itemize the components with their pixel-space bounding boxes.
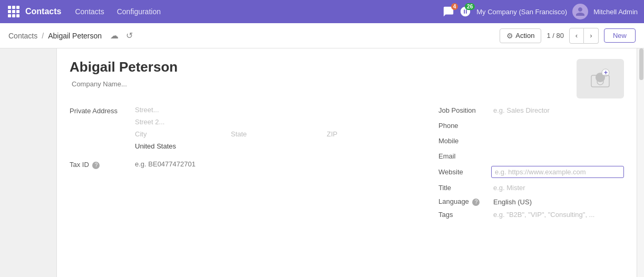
contact-name-area: Abigail Peterson (70, 59, 566, 90)
language-value: English (US) (491, 197, 624, 206)
chat-badge: 4 (451, 3, 458, 10)
job-position-input[interactable] (491, 105, 624, 116)
contact-header: Abigail Peterson + (70, 59, 624, 98)
tags-placeholder[interactable]: e.g. "B2B", "VIP", "Consulting", ... (491, 209, 597, 220)
gear-icon: ⚙ (506, 32, 513, 40)
tax-id-input[interactable] (133, 159, 417, 170)
website-value (491, 166, 624, 178)
save-manually-icon[interactable]: ☁ (108, 29, 121, 42)
city-state-zip-row (133, 129, 417, 139)
tax-id-help-icon[interactable]: ? (92, 162, 100, 169)
next-record-button[interactable]: › (584, 28, 599, 44)
email-label: Email (438, 152, 491, 160)
job-position-row: Job Position (438, 105, 624, 116)
form-area: Abigail Peterson + Private Address (57, 48, 637, 277)
mobile-row: Mobile (438, 135, 624, 146)
avatar[interactable] (572, 4, 588, 19)
email-row: Email (438, 151, 624, 162)
activity-badge: 26 (465, 3, 475, 10)
zip-input[interactable] (325, 129, 417, 139)
country-row: United States (133, 141, 417, 151)
email-input[interactable] (491, 151, 624, 162)
chat-button[interactable]: 4 (443, 6, 454, 17)
top-nav-right: 4 26 My Company (San Francisco) Mitchell… (443, 4, 638, 19)
new-button[interactable]: New (604, 28, 636, 43)
private-address-row: Private Address (70, 105, 417, 153)
street2-input[interactable] (133, 117, 417, 127)
tags-label: Tags (438, 211, 491, 219)
contact-name: Abigail Peterson (70, 59, 566, 75)
form-left: Private Address (70, 105, 417, 223)
phone-input[interactable] (491, 120, 624, 131)
tags-row: Tags e.g. "B2B", "VIP", "Consulting", ..… (438, 210, 624, 219)
tax-id-label: Tax ID ? (70, 159, 133, 169)
form-section: Private Address (70, 105, 624, 223)
app-brand: Contacts (25, 7, 61, 16)
title-row: Title (438, 182, 624, 193)
job-position-value (491, 105, 624, 116)
tax-id-row: Tax ID ? (70, 159, 417, 170)
title-label: Title (438, 184, 491, 192)
left-sidebar (0, 48, 57, 277)
breadcrumb-separator: / (42, 32, 44, 40)
job-position-label: Job Position (438, 106, 491, 114)
private-address-label: Private Address (70, 105, 133, 115)
photo-placeholder[interactable]: + (577, 59, 624, 98)
street-row (133, 105, 417, 115)
state-input[interactable] (229, 129, 321, 139)
city-input[interactable] (133, 129, 226, 139)
mobile-label: Mobile (438, 137, 491, 145)
action-button[interactable]: ⚙ Action (500, 28, 541, 43)
record-counter: 1 / 80 (547, 32, 564, 39)
tax-id-value (133, 159, 417, 170)
breadcrumb-parent[interactable]: Contacts (8, 32, 37, 40)
discard-icon[interactable]: ↺ (124, 29, 135, 42)
main-content: Abigail Peterson + Private Address (0, 48, 644, 277)
website-row: Website (438, 166, 624, 178)
right-sidebar (637, 48, 644, 277)
user-name: Mitchell Admin (593, 8, 638, 16)
website-input[interactable] (491, 166, 624, 178)
language-row: Language ? English (US) (438, 197, 624, 206)
activity-button[interactable]: 26 (460, 6, 471, 17)
tags-value: e.g. "B2B", "VIP", "Consulting", ... (491, 210, 624, 219)
language-help-icon[interactable]: ? (472, 199, 480, 206)
mobile-input[interactable] (491, 135, 624, 146)
language-display[interactable]: English (US) (491, 196, 534, 207)
email-value (491, 151, 624, 162)
apps-menu-button[interactable] (6, 4, 21, 19)
prev-record-button[interactable]: ‹ (569, 28, 584, 44)
phone-row: Phone (438, 120, 624, 131)
nav-link-configuration[interactable]: Configuration (112, 5, 166, 18)
phone-value (491, 120, 624, 131)
address-block: United States (133, 105, 417, 153)
phone-label: Phone (438, 122, 491, 130)
breadcrumb-icons: ☁ ↺ (108, 29, 135, 42)
country-value[interactable]: United States (133, 141, 178, 151)
breadcrumb-current: Abigail Peterson (48, 32, 102, 40)
title-value (491, 182, 624, 193)
website-label: Website (438, 168, 491, 176)
breadcrumb-right: ⚙ Action 1 / 80 ‹ › New (500, 28, 636, 44)
top-nav-links: Contacts Configuration (70, 5, 438, 18)
breadcrumb-bar: Contacts / Abigail Peterson ☁ ↺ ⚙ Action… (0, 23, 644, 48)
scrollbar-thumb[interactable] (639, 48, 643, 80)
company-name-field[interactable] (70, 78, 566, 90)
street2-row (133, 117, 417, 127)
form-right: Job Position Phone Mobile (438, 105, 624, 223)
camera-icon: + (589, 68, 612, 90)
company-name: My Company (San Francisco) (476, 8, 567, 16)
apps-grid-icon (8, 6, 19, 17)
nav-link-contacts[interactable]: Contacts (70, 5, 109, 18)
language-label: Language ? (438, 197, 491, 206)
top-navigation: Contacts Contacts Configuration 4 26 My … (0, 0, 644, 23)
title-input[interactable] (491, 182, 624, 193)
mobile-value (491, 135, 624, 146)
street-input[interactable] (133, 105, 417, 115)
nav-arrows: ‹ › (569, 28, 599, 44)
